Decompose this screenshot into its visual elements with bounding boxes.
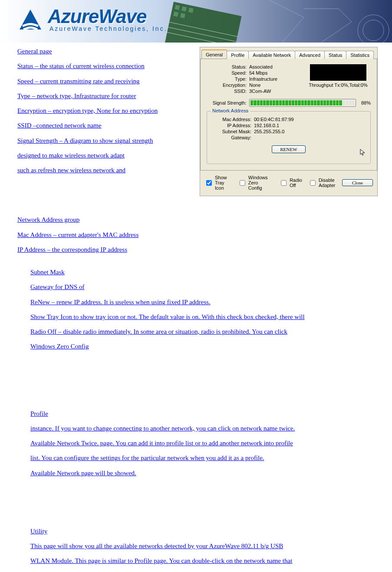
link-type-desc[interactable]: Type – network type, Infrastructure for … [17,92,136,99]
speed-value: 54 Mbps [249,70,267,76]
show-tray-checkbox[interactable]: Show Tray Icon [204,175,232,191]
options-bar: Show Tray Icon Windows Zero Config Radio… [200,171,377,196]
svg-rect-5 [181,6,187,11]
throughput-chart [310,64,366,81]
tab-advanced[interactable]: Advanced [295,51,325,59]
link-renew-desc[interactable]: ReNew – renew IP address. It is useless … [30,299,211,306]
link-refresh-desc[interactable]: such as refresh new wireless network and [17,167,125,174]
link-gateway-dns[interactable]: Gateway for DNS of [30,283,85,290]
brand-sub: AzureWave Technologies, Inc. [48,25,168,32]
speed-label: Speed: [207,70,249,76]
link-profile-desc2[interactable]: Available Network Twice. page. You can a… [30,440,293,447]
link-profile-desc3[interactable]: list. You can configure the settings for… [30,454,264,461]
link-wzc[interactable]: Windows Zero Config [30,343,89,350]
tab-body-general: Status:Associated Speed:54 Mbps Type:Inf… [200,59,377,171]
link-util-desc2[interactable]: WLAN Module. This page is similar to Pro… [30,557,292,564]
link-ssid-desc[interactable]: SSID –connected network name [17,122,102,129]
link-radio-off[interactable]: Radio Off – disable radio immediately. I… [30,328,287,335]
encryption-label: Encryption: [207,82,249,88]
tab-profile[interactable]: Profile [227,51,249,59]
header-brand: AzureWave AzureWave Technologies, Inc. [17,8,168,32]
mac-label: Mac Address: [211,117,254,122]
ip-value: 192.168.0.1 [254,123,279,128]
tabbar: General Profile Available Network Advanc… [200,47,377,59]
brand-mark [17,8,43,32]
link-speed-desc[interactable]: Speed – current transmitting rate and re… [17,78,140,85]
signal-percent: 88% [356,100,371,105]
tab-status[interactable]: Status [324,51,346,59]
svg-rect-7 [173,12,178,17]
link-netaddr-group[interactable]: Network Address group [17,216,79,223]
link-profile[interactable]: Profile [30,410,48,417]
link-util-desc1[interactable]: This page will show you all the availabl… [30,542,283,549]
wzc-checkbox[interactable]: Windows Zero Config [238,175,273,191]
link-profile-desc1[interactable]: instance. If you want to change connecti… [30,425,295,432]
mac-value: 00:E0:4C:81:87:99 [254,117,294,122]
close-button[interactable]: Close [342,179,373,186]
signal-label: Signal Strength: [207,100,249,105]
link-adapt-desc[interactable]: designed to make wireless network adapt [17,152,125,159]
link-ip-desc[interactable]: IP Address – the corresponding IP addres… [17,246,127,253]
tab-general[interactable]: General [201,49,227,59]
tab-available-network[interactable]: Available Network [248,51,295,59]
disable-adapter-checkbox[interactable]: Disable Adapter [308,178,336,188]
link-general-page[interactable]: General page [17,48,52,55]
type-value: Infrastructure [249,76,277,82]
link-utility[interactable]: Utility [30,528,47,535]
ssid-value: 3Com-AW [249,89,271,94]
signal-bar [249,99,356,107]
gateway-label: Gateway: [211,135,254,140]
renew-button[interactable]: RENEW [272,145,305,153]
status-label: Status: [207,64,249,69]
link-mac-desc[interactable]: Mac Address – current adapter's MAC addr… [17,231,138,238]
throughput-text: Throughput Tx:0%,Total:0% [306,82,371,88]
status-value: Associated [249,64,273,69]
ssid-label: SSID: [207,89,249,94]
link-subnet-mask[interactable]: Subnet Mask [30,269,65,276]
network-address-legend: Network Address [211,108,250,113]
brand-main: AzureWave [48,8,168,25]
link-signal-desc[interactable]: Signal Strength – A diagram to show sign… [17,137,153,144]
tab-statistics[interactable]: Statistics [346,51,374,59]
encryption-value: None [249,82,260,88]
svg-rect-4 [175,5,180,10]
link-available-showed[interactable]: Available Network page will be showed. [30,470,136,477]
mask-value: 255.255.255.0 [254,129,284,134]
ip-label: IP Address: [211,123,254,128]
link-status-desc[interactable]: Status – the status of current wireless … [17,62,145,69]
link-tray-icon[interactable]: Show Tray Icon to show tray icon or not.… [30,313,305,320]
network-address-group: Network Address Mac Address:00:E0:4C:81:… [207,111,371,164]
link-encryption-desc[interactable]: Encryption – encryption type, None for n… [17,107,158,114]
svg-rect-8 [180,13,185,18]
mask-label: Subnet Mask: [211,129,254,134]
header-banner: AzureWave AzureWave Technologies, Inc. [0,0,392,43]
radio-off-checkbox[interactable]: Radio Off [279,178,302,188]
type-label: Type: [207,76,249,82]
svg-rect-6 [188,8,194,13]
wlan-utility-panel: General Profile Available Network Advanc… [200,47,378,196]
